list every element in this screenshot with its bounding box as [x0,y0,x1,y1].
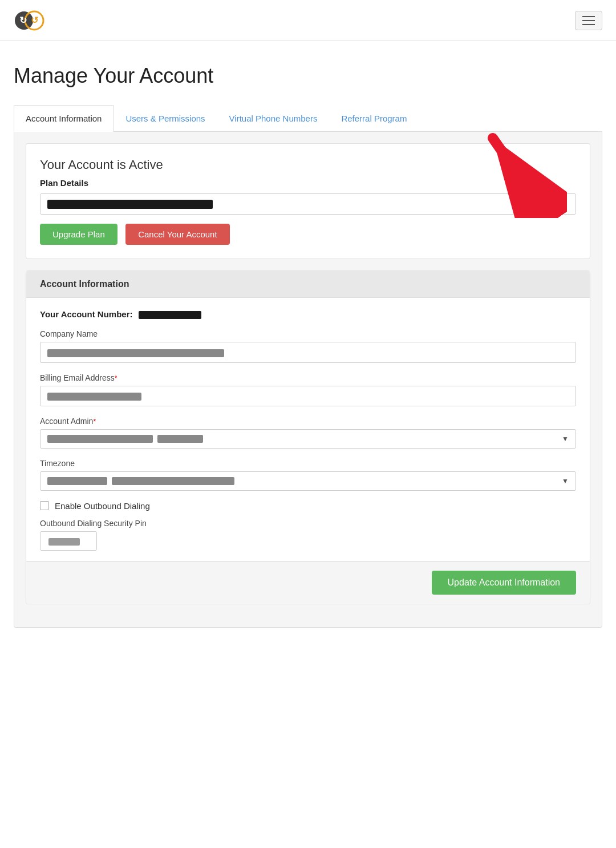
billing-email-label: Billing Email Address* [40,373,576,382]
hamburger-line [582,20,595,21]
timezone-label: Timezone [40,459,576,468]
enable-outbound-label: Enable Outbound Dialing [55,501,150,511]
account-info-header: Account Information [26,271,590,298]
logo-icon: ↻ ↺ [14,7,48,34]
outbound-pin-label: Outbound Dialing Security Pin [40,519,576,528]
enable-outbound-row: Enable Outbound Dialing [40,501,576,511]
company-name-value [47,349,224,357]
hamburger-button[interactable] [575,11,602,30]
timezone-caret-icon: ▼ [562,477,569,485]
billing-email-group: Billing Email Address* [40,373,576,406]
svg-text:↺: ↺ [31,15,38,25]
account-admin-select[interactable]: ▼ [40,429,576,449]
tab-referral-program[interactable]: Referral Program [329,105,419,132]
account-admin-group: Account Admin* ▼ [40,417,576,449]
plan-card: Your Account is Active Plan Details Upgr… [26,143,590,259]
timezone-region [47,477,107,485]
enable-outbound-checkbox[interactable] [40,501,49,510]
page-content: Manage Your Account Account Information … [0,41,616,651]
outbound-pin-group: Outbound Dialing Security Pin [40,519,576,551]
logo: ↻ ↺ [14,7,48,34]
page-title: Manage Your Account [14,64,602,88]
billing-email-value [47,393,141,401]
tab-virtual-phone-numbers[interactable]: Virtual Phone Numbers [217,105,330,132]
account-number-row: Your Account Number: [40,309,576,319]
timezone-select-content [47,477,234,485]
account-admin-required: * [93,418,96,426]
billing-email-required: * [115,374,117,382]
company-name-input[interactable] [40,342,576,362]
outbound-pin-value [48,538,80,546]
update-account-button[interactable]: Update Account Information [432,571,576,595]
account-admin-last [157,435,203,443]
account-admin-first [47,435,153,443]
billing-email-input[interactable] [40,386,576,406]
account-number-value [139,311,201,319]
svg-line-5 [493,138,544,212]
cancel-account-button[interactable]: Cancel Your Account [125,224,229,245]
timezone-select[interactable]: ▼ [40,471,576,491]
account-admin-select-content [47,435,203,443]
upgrade-plan-button[interactable]: Upgrade Plan [40,224,117,245]
timezone-group: Timezone ▼ [40,459,576,491]
timezone-detail [112,477,234,485]
tab-account-information[interactable]: Account Information [14,105,114,132]
annotation-arrow [476,127,567,218]
navbar: ↻ ↺ [0,0,616,41]
svg-text:↻: ↻ [19,15,27,25]
tab-content-area: Your Account is Active Plan Details Upgr… [14,132,602,628]
account-admin-label: Account Admin* [40,417,576,426]
account-admin-caret-icon: ▼ [562,435,569,443]
account-info-card: Account Information Your Account Number:… [26,270,590,604]
plan-redacted-value [47,200,213,209]
tab-users-permissions[interactable]: Users & Permissions [114,105,217,132]
action-bar: Update Account Information [26,561,590,604]
company-name-group: Company Name [40,329,576,362]
outbound-pin-input[interactable] [40,531,97,551]
hamburger-line [582,16,595,17]
company-name-label: Company Name [40,329,576,338]
hamburger-line [582,24,595,25]
account-number-label: Your Account Number: [40,309,133,319]
